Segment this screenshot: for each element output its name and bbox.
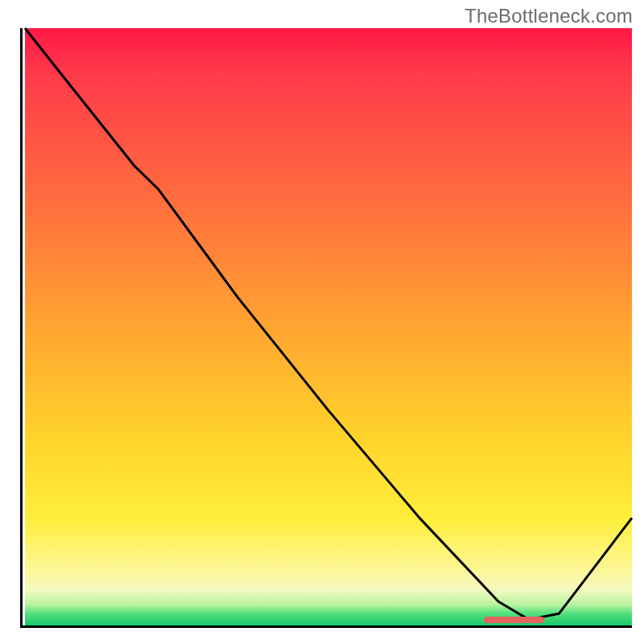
bottleneck-curve [25, 28, 632, 620]
optimal-point-marker [484, 617, 544, 623]
watermark-text: TheBottleneck.com [464, 5, 633, 27]
plot-area [20, 28, 632, 628]
line-plot [25, 28, 632, 625]
chart-container: TheBottleneck.com [0, 0, 644, 644]
